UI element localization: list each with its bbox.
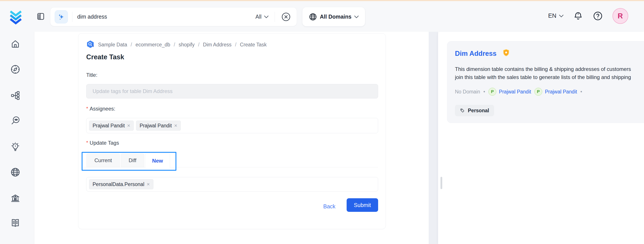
help-icon[interactable] xyxy=(593,11,603,21)
avatar-initial: R xyxy=(618,12,623,20)
language-label: EN xyxy=(548,12,556,19)
remove-chip-icon[interactable]: × xyxy=(147,182,150,187)
chevron-down-icon xyxy=(354,16,359,18)
owner[interactable]: P Prajwal Pandit xyxy=(488,88,531,96)
remove-chip-icon[interactable]: × xyxy=(127,123,130,128)
breadcrumb-item[interactable]: Sample Data xyxy=(98,42,127,48)
required-marker: * xyxy=(86,106,88,111)
asset-meta-row: No Domain • P Prajwal Pandit P Prajwal P… xyxy=(455,88,582,96)
web-globe-icon[interactable] xyxy=(10,167,20,177)
discovery-magnifier-eye-icon[interactable] xyxy=(10,116,20,126)
insights-lightbulb-icon[interactable] xyxy=(10,142,20,152)
asset-title-link[interactable]: Dim Address xyxy=(455,50,496,58)
topbar: All All Domains EN xyxy=(0,0,644,32)
search-scope-dropdown[interactable]: All xyxy=(255,14,268,20)
asset-preview-panel: Dim Address This dimension table contain… xyxy=(438,32,644,244)
tab-new[interactable]: New xyxy=(145,154,170,168)
glossary-book-icon[interactable] xyxy=(10,218,20,228)
search-divider xyxy=(72,12,72,22)
chevron-down-icon xyxy=(264,16,268,18)
app-window: All All Domains EN xyxy=(0,0,644,244)
owner-avatar[interactable]: P xyxy=(534,88,542,96)
sidebar-toggle-icon[interactable] xyxy=(36,12,46,21)
compass-icon[interactable] xyxy=(10,64,20,74)
top-notice-strip xyxy=(0,0,644,1)
ai-sparkle-icon[interactable] xyxy=(55,10,68,24)
page-title: Create Task xyxy=(86,53,124,61)
home-icon[interactable] xyxy=(10,39,20,49)
back-button[interactable]: Back xyxy=(317,200,341,213)
all-domains-label: All Domains xyxy=(320,14,352,20)
workflow-icon[interactable] xyxy=(10,90,20,100)
chevron-down-icon xyxy=(559,15,564,17)
certified-badge-icon xyxy=(502,49,510,58)
assignee-chip[interactable]: Prajwal Pandit × xyxy=(89,120,134,131)
breadcrumb-item[interactable]: ecommerce_db xyxy=(136,42,170,48)
panel-divider xyxy=(429,32,438,244)
domain-label: No Domain xyxy=(455,89,480,95)
governance-bank-icon[interactable] xyxy=(10,193,20,203)
clear-search-icon[interactable] xyxy=(281,12,291,22)
tags-input[interactable]: PersonalData.Personal × xyxy=(86,177,378,192)
sidebar xyxy=(0,32,34,244)
search-input[interactable] xyxy=(77,14,200,20)
global-search-bar[interactable]: All xyxy=(50,7,297,26)
scrollbar-thumb[interactable] xyxy=(440,177,442,189)
language-dropdown[interactable]: EN xyxy=(548,12,564,19)
create-task-card: Sample Data / ecommerce_db / shopify / D… xyxy=(78,33,386,229)
title-label: Title: xyxy=(86,72,98,78)
tag-icon xyxy=(460,108,465,113)
owner-avatar[interactable]: P xyxy=(488,88,496,96)
update-tags-label: *Update Tags xyxy=(86,140,119,146)
owner-name[interactable]: Prajwal Pandit xyxy=(499,89,531,95)
notifications-bell-icon[interactable] xyxy=(573,11,583,21)
asset-summary-card: Dim Address This dimension table contain… xyxy=(447,41,644,123)
bigquery-icon xyxy=(86,40,94,49)
required-marker: * xyxy=(86,140,88,145)
all-domains-button[interactable]: All Domains xyxy=(302,7,365,26)
personal-tag-chip[interactable]: Personal xyxy=(455,105,494,116)
assignees-input[interactable]: Prajwal Pandit × Prajwal Pandit × xyxy=(86,118,378,133)
submit-button[interactable]: Submit xyxy=(346,198,378,212)
tag-chip[interactable]: PersonalData.Personal × xyxy=(89,179,154,189)
user-avatar[interactable]: R xyxy=(612,8,628,24)
remove-chip-icon[interactable]: × xyxy=(174,123,177,128)
owner-name[interactable]: Prajwal Pandit xyxy=(545,89,577,95)
breadcrumb-item[interactable]: shopify xyxy=(178,42,194,48)
task-title-input[interactable] xyxy=(86,84,378,98)
globe-icon xyxy=(309,13,317,21)
search-divider xyxy=(274,12,275,22)
owner[interactable]: P Prajwal Pandit xyxy=(534,88,577,96)
breadcrumb: Sample Data / ecommerce_db / shopify / D… xyxy=(86,40,267,49)
assignee-chip[interactable]: Prajwal Pandit × xyxy=(136,120,181,131)
breadcrumb-item[interactable]: Create Task xyxy=(240,42,266,48)
assignees-label: *Assignees: xyxy=(86,106,115,112)
breadcrumb-item[interactable]: Dim Address xyxy=(203,42,232,48)
search-scope-label: All xyxy=(255,14,262,20)
app-logo[interactable] xyxy=(8,10,23,24)
asset-description: This dimension table contains the billin… xyxy=(455,65,644,81)
